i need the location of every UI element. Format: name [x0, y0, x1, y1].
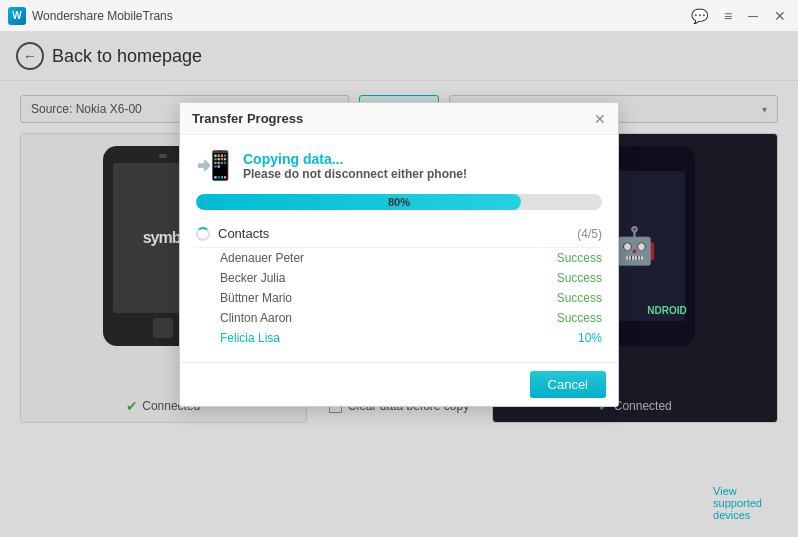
contact-item: Felicia Lisa 10%	[196, 328, 602, 348]
contact-name-4: Clinton Aaron	[220, 311, 292, 325]
copy-header: 📲 Copying data... Please do not disconne…	[196, 149, 602, 182]
contact-name-2: Becker Julia	[220, 271, 285, 285]
contact-status-4: Success	[557, 311, 602, 325]
transfer-progress-dialog: Transfer Progress ✕ 📲 Copying data... Pl…	[179, 102, 619, 407]
chat-icon[interactable]: 💬	[687, 6, 712, 26]
dialog-overlay: Transfer Progress ✕ 📲 Copying data... Pl…	[0, 32, 798, 537]
contacts-count: (4/5)	[577, 227, 602, 241]
contact-item: Clinton Aaron Success	[196, 308, 602, 328]
dialog-body: 📲 Copying data... Please do not disconne…	[180, 135, 618, 362]
contact-status-1: Success	[557, 251, 602, 265]
contact-status-2: Success	[557, 271, 602, 285]
main-content: ← Back to homepage Source: Nokia X6-00 ▾…	[0, 32, 798, 537]
spinner-icon	[196, 227, 210, 241]
contact-name-1: Adenauer Peter	[220, 251, 304, 265]
progress-label: 80%	[388, 196, 410, 208]
dialog-close-button[interactable]: ✕	[594, 112, 606, 126]
contact-item: Becker Julia Success	[196, 268, 602, 288]
contact-name-5: Felicia Lisa	[220, 331, 280, 345]
contact-item: Adenauer Peter Success	[196, 248, 602, 268]
close-icon[interactable]: ✕	[770, 6, 790, 26]
copying-title: Copying data...	[243, 151, 467, 167]
dialog-footer: Cancel	[180, 362, 618, 406]
progress-bar-container: 80%	[196, 194, 602, 210]
menu-icon[interactable]: ≡	[720, 6, 736, 26]
copying-subtitle: Please do not disconnect either phone!	[243, 167, 467, 181]
copy-phones-icon: 📲	[196, 149, 231, 182]
contact-item: Büttner Mario Success	[196, 288, 602, 308]
dialog-header: Transfer Progress ✕	[180, 103, 618, 135]
contact-name-3: Büttner Mario	[220, 291, 292, 305]
titlebar: W Wondershare MobileTrans 💬 ≡ ─ ✕	[0, 0, 798, 32]
dialog-title: Transfer Progress	[192, 111, 303, 126]
app-icon: W	[8, 7, 26, 25]
contact-status-3: Success	[557, 291, 602, 305]
minimize-icon[interactable]: ─	[744, 6, 762, 26]
contacts-label: Contacts	[218, 226, 269, 241]
cancel-button[interactable]: Cancel	[530, 371, 606, 398]
progress-fill	[196, 194, 521, 210]
app-title: Wondershare MobileTrans	[32, 9, 173, 23]
contact-status-5: 10%	[578, 331, 602, 345]
contacts-row: Contacts (4/5)	[196, 222, 602, 248]
copy-text: Copying data... Please do not disconnect…	[243, 151, 467, 181]
